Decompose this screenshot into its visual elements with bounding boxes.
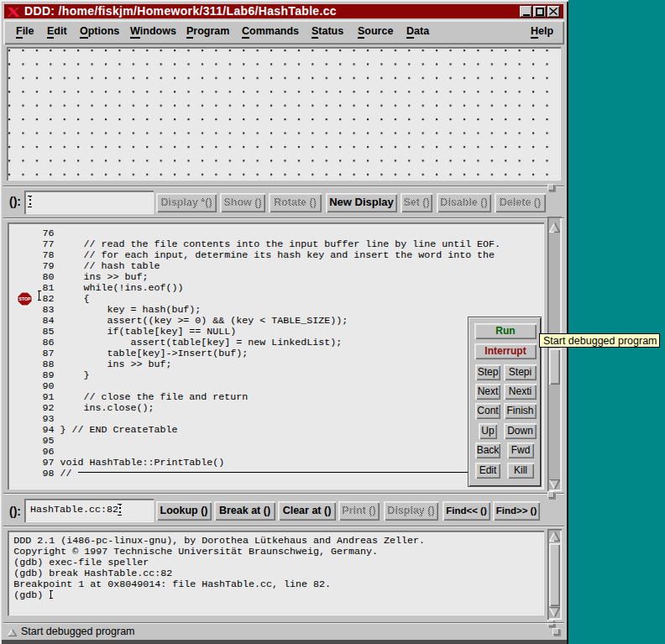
svg-text:STOP: STOP	[19, 296, 31, 301]
